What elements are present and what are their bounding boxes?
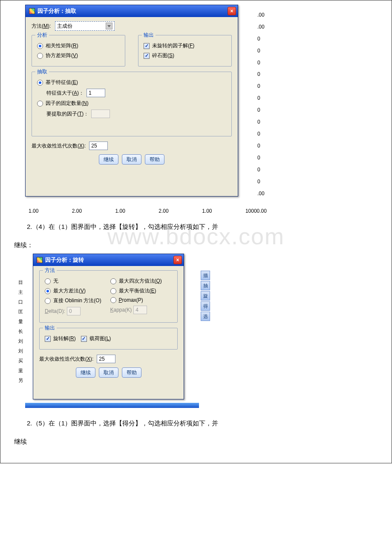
- bg-num: 0: [257, 143, 270, 149]
- group-label: 抽取: [35, 68, 49, 75]
- convergence-row: 最大收敛性迭代次数(X):: [39, 355, 178, 363]
- cancel-button[interactable]: 取消: [122, 154, 141, 165]
- chevron-down-icon[interactable]: [106, 23, 112, 29]
- opt-varimax[interactable]: 最大方差法(V): [45, 287, 107, 295]
- side-btn-extract[interactable]: 抽: [201, 281, 210, 290]
- opt-label: 协方差矩阵(V): [46, 52, 78, 59]
- axis-val: 10000.00: [245, 208, 267, 214]
- radio-icon[interactable]: [110, 288, 116, 294]
- opt-promax[interactable]: Promax(P): [110, 297, 173, 303]
- title-text: 因子分析：旋转: [37, 256, 84, 264]
- opt-equamax[interactable]: 最大平衡值法(E): [110, 287, 173, 295]
- trunc-item: 口: [18, 299, 23, 305]
- paragraph-2a: 2.（5）在（1）图界面中，选择【得分】，勾选相应分析项如下，并: [14, 417, 378, 430]
- radio-icon[interactable]: [45, 298, 51, 304]
- close-icon[interactable]: ×: [228, 7, 236, 15]
- dialog-body: 方法 无 最大方差法(V): [33, 266, 184, 382]
- bg-num: 0: [257, 179, 270, 185]
- chk-loading-plot[interactable]: 载荷图(L): [81, 335, 111, 342]
- converge-input[interactable]: [97, 355, 115, 363]
- help-button[interactable]: 帮助: [145, 154, 164, 165]
- opt-quartimax[interactable]: 最大四次方值法(Q): [110, 278, 173, 285]
- button-row: 继续 取消 帮助: [39, 367, 178, 378]
- opt-label: Promax(P): [119, 297, 143, 303]
- group-label: 输出: [43, 324, 57, 332]
- opt-oblimin[interactable]: 直接 Oblimin 方法(O): [45, 297, 107, 304]
- opt-eigenvalue[interactable]: 基于特征值(E): [37, 79, 226, 86]
- radio-icon[interactable]: [45, 288, 51, 294]
- opt-label: 直接 Oblimin 方法(O): [53, 297, 101, 304]
- radio-icon[interactable]: [110, 297, 116, 303]
- axis-val: 1.00: [29, 208, 38, 214]
- opt-label: 基于特征值(E): [46, 79, 78, 86]
- axis-val: 2.00: [72, 208, 82, 214]
- bg-num: 0: [257, 155, 270, 161]
- side-btn-option[interactable]: 选: [201, 312, 210, 321]
- screenshot-extract-dialog: .00 .00 0 0 0 0 0 0 0 0 0 0 0 0 0 .00: [25, 5, 270, 207]
- radio-icon[interactable]: [37, 101, 43, 107]
- paragraph-1a: 2.（4）在（1）图界面中，选择【旋转】，勾选相应分析项如下，并: [14, 221, 378, 233]
- opt-label: 最大四次方值法(Q): [119, 278, 162, 285]
- continue-button[interactable]: 继续: [99, 154, 118, 165]
- trunc-item: 匡: [18, 309, 23, 315]
- bg-right-numbers: .00 .00 0 0 0 0 0 0 0 0 0 0 0 0 0 .00: [257, 9, 270, 199]
- fixed-label: 要提取的因子(T)：: [46, 110, 89, 118]
- trunc-item: 长: [18, 328, 23, 335]
- opt-covariance[interactable]: 协方差矩阵(V): [37, 52, 120, 59]
- side-btn-rotate[interactable]: 旋: [201, 291, 210, 301]
- app-icon: [29, 8, 35, 14]
- method-col-left: 无 最大方差法(V) 直接 Oblimin 方法(O): [45, 275, 107, 318]
- opt-correlation[interactable]: 相关性矩阵(R): [37, 42, 120, 49]
- inner-wrap: .00 .00 0 0 0 0 0 0 0 0 0 0 0 0 0 .00: [0, 0, 392, 463]
- bg-num: .00: [257, 191, 270, 197]
- check-icon[interactable]: [144, 43, 150, 49]
- opt-label: 最大方差法(V): [53, 287, 86, 295]
- method-label: 方法(M):: [32, 23, 51, 30]
- trunc-item: 另: [18, 377, 23, 384]
- titlebar[interactable]: 因子分析：旋转 ×: [33, 254, 184, 266]
- check-icon[interactable]: [144, 53, 150, 59]
- converge-input[interactable]: [89, 142, 108, 150]
- bg-num: 0: [257, 71, 270, 77]
- opt-none[interactable]: 无: [45, 278, 107, 285]
- radio-icon[interactable]: [37, 80, 43, 86]
- eigen-gt-input[interactable]: [86, 89, 105, 97]
- bg-num: 0: [257, 131, 270, 137]
- titlebar[interactable]: 因子分析：抽取 ×: [26, 5, 238, 17]
- check-icon[interactable]: [81, 336, 87, 342]
- bg-num: .00: [257, 12, 270, 18]
- group-extract: 抽取 基于特征值(E) 特征值大于(A)： 因子的固定数量(N): [32, 72, 232, 136]
- opt-fixed-number[interactable]: 因子的固定数量(N): [37, 100, 226, 107]
- chk-unrotated[interactable]: 未旋转的因子解(F): [144, 42, 226, 49]
- radio-icon[interactable]: [37, 53, 43, 59]
- check-icon[interactable]: [45, 336, 51, 342]
- trunc-item: 目: [18, 279, 23, 286]
- chk-scree[interactable]: 碎石图(S): [144, 52, 226, 59]
- chk-label: 碎石图(S): [152, 52, 174, 59]
- bg-num: 0: [257, 95, 270, 101]
- parent-bluebar: [25, 403, 199, 408]
- bg-num: 0: [257, 36, 270, 42]
- title-label: 因子分析：抽取: [37, 7, 76, 15]
- cancel-button[interactable]: 取消: [99, 367, 118, 378]
- help-button[interactable]: 帮助: [122, 367, 141, 378]
- eigenvalue-row: 特征值大于(A)：: [46, 89, 226, 97]
- radio-icon[interactable]: [45, 278, 51, 284]
- side-btn-describe[interactable]: 描: [201, 271, 210, 280]
- radio-icon[interactable]: [110, 278, 116, 284]
- parent-side-buttons: 描 抽 旋 得 选: [201, 271, 210, 321]
- bg-num: 0: [257, 60, 270, 66]
- close-icon[interactable]: ×: [173, 256, 182, 264]
- delta-input: [67, 307, 81, 315]
- chk-rotated-solution[interactable]: 旋转解(R): [45, 335, 76, 342]
- bg-num: 0: [257, 48, 270, 54]
- radio-icon[interactable]: [37, 43, 43, 49]
- continue-button[interactable]: 继续: [76, 367, 95, 378]
- bg-num: 0: [257, 167, 270, 173]
- method-combo[interactable]: 主成份: [55, 21, 115, 31]
- convergence-row: 最大收敛性迭代次数(X):: [32, 142, 232, 150]
- bg-num: 0: [257, 83, 270, 89]
- group-method: 方法 无 最大方差法(V): [39, 270, 178, 323]
- method-col-right: 最大四次方值法(Q) 最大平衡值法(E) Promax(P): [110, 275, 173, 318]
- side-btn-score[interactable]: 得: [201, 301, 210, 311]
